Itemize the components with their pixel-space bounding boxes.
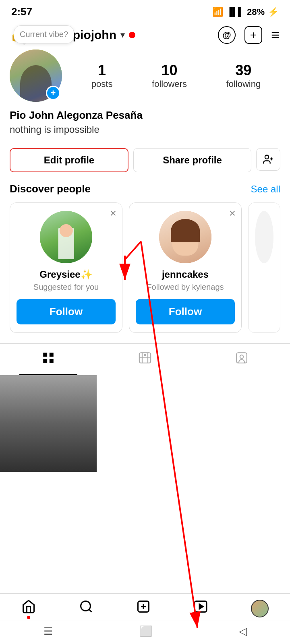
following-label: following (226, 79, 261, 89)
create-nav-button[interactable] (136, 599, 151, 617)
current-vibe-bubble[interactable]: Current vibe? (14, 25, 74, 43)
svg-rect-4 (50, 353, 54, 357)
svg-rect-3 (43, 353, 47, 357)
reels-nav-button[interactable] (193, 599, 208, 617)
nav-bar (0, 594, 290, 621)
post-thumbnail-1[interactable] (0, 375, 97, 472)
stats-area: 1 posts 10 followers 39 following (72, 62, 280, 89)
signal-icon: ▐▌▌ (226, 7, 244, 17)
tab-tagged[interactable] (193, 344, 290, 375)
reels-icon (138, 351, 152, 368)
person-card-2: × jenncakes Followed by kylenags Follow (129, 202, 242, 333)
following-count: 39 (226, 62, 261, 79)
svg-marker-20 (199, 604, 203, 609)
person-card-3 (248, 202, 280, 333)
battery-icon: 28% (247, 7, 265, 17)
threads-button[interactable]: @ (218, 26, 236, 44)
tab-reels[interactable] (97, 344, 193, 375)
reels-nav-icon (193, 599, 208, 617)
discover-header: Discover people See all (10, 183, 280, 195)
home-icon (21, 599, 36, 617)
person-name-2: jenncakes (136, 269, 235, 280)
profile-nav-button[interactable] (251, 600, 269, 617)
add-story-button[interactable]: + (46, 86, 60, 100)
dropdown-arrow-icon[interactable]: ▾ (120, 30, 125, 40)
follow-button-2[interactable]: Follow (136, 299, 235, 324)
svg-rect-12 (236, 353, 247, 363)
sys-home-icon: ⬜ (139, 625, 152, 637)
followers-label: followers (152, 79, 187, 89)
wifi-icon: 📶 (212, 7, 223, 17)
time: 2:57 (11, 6, 32, 18)
close-card-2-button[interactable]: × (229, 208, 236, 219)
sys-menu-icon: ☰ (44, 625, 53, 637)
profile-section: Current vibe? + 1 posts 10 followers 39 (0, 50, 290, 142)
people-cards: × Greysiee✨ Suggested for you Follow × (10, 202, 280, 333)
nav-icons: @ + ≡ (218, 26, 280, 44)
close-card-1-button[interactable]: × (110, 208, 116, 219)
svg-point-0 (265, 155, 269, 159)
status-bar: 2:57 📶 ▐▌▌ 28% ⚡ (0, 0, 290, 22)
content-tabs (0, 343, 290, 375)
person-card-1: × Greysiee✨ Suggested for you Follow (10, 202, 122, 333)
person-name-1: Greysiee✨ (17, 269, 116, 280)
notification-dot (27, 616, 30, 619)
discover-title: Discover people (10, 183, 91, 195)
threads-icon: @ (222, 30, 231, 40)
tab-grid[interactable] (0, 344, 97, 375)
online-indicator (129, 32, 135, 38)
add-square-icon: + (250, 29, 257, 41)
svg-point-11 (144, 354, 146, 356)
posts-stat[interactable]: 1 posts (91, 62, 113, 89)
profile-top: Current vibe? + 1 posts 10 followers 39 (10, 50, 280, 102)
profile-bio: nothing is impossible (10, 124, 280, 135)
svg-line-15 (89, 609, 92, 612)
person-subtitle-2: Followed by kylenags (136, 283, 235, 292)
status-icons: 📶 ▐▌▌ 28% ⚡ (212, 7, 279, 17)
bottom-navigation: ☰ ⬜ ◁ (0, 593, 290, 644)
profile-nav-avatar (251, 600, 269, 617)
home-nav-button[interactable] (21, 599, 36, 617)
discover-section: Discover people See all × Greysiee✨ Sugg… (0, 179, 290, 339)
add-person-button[interactable] (256, 148, 280, 171)
posts-count: 1 (91, 62, 113, 79)
new-post-button[interactable]: + (244, 26, 262, 44)
svg-point-13 (240, 355, 244, 359)
posts-label: posts (91, 79, 113, 89)
avatar-container: Current vibe? + (10, 50, 62, 102)
sys-menu-button[interactable]: ☰ (44, 625, 53, 638)
sys-home-button[interactable]: ⬜ (139, 625, 152, 638)
person-avatar-2 (159, 211, 211, 263)
edit-profile-button[interactable]: Edit profile (10, 148, 128, 172)
see-all-button[interactable]: See all (251, 184, 280, 195)
share-profile-button[interactable]: Share profile (133, 148, 251, 172)
menu-button[interactable]: ≡ (271, 27, 280, 43)
svg-rect-5 (43, 359, 47, 363)
search-nav-button[interactable] (79, 599, 93, 617)
hamburger-icon: ≡ (271, 27, 280, 43)
tagged-icon (235, 351, 249, 368)
search-icon (79, 599, 93, 617)
person-avatar-1 (40, 211, 92, 263)
followers-stat[interactable]: 10 followers (152, 62, 187, 89)
system-navigation: ☰ ⬜ ◁ (0, 621, 290, 644)
charging-icon: ⚡ (268, 7, 279, 17)
create-icon (136, 599, 151, 617)
follow-button-1[interactable]: Follow (17, 299, 116, 324)
svg-rect-6 (50, 359, 54, 363)
following-stat[interactable]: 39 following (226, 62, 261, 89)
person-subtitle-1: Suggested for you (17, 283, 116, 292)
grid-icon (41, 351, 55, 368)
svg-point-14 (81, 601, 90, 611)
action-buttons: Edit profile Share profile (0, 142, 290, 179)
posts-grid (0, 375, 290, 472)
sys-back-button[interactable]: ◁ (239, 625, 247, 638)
profile-name: Pio John Alegonza Pesaña (10, 109, 280, 122)
followers-count: 10 (152, 62, 187, 79)
sys-back-icon: ◁ (239, 625, 247, 637)
